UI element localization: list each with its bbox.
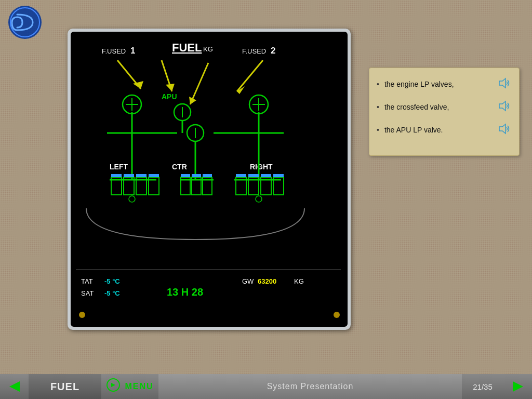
prev-button[interactable] bbox=[0, 374, 29, 399]
speaker-icon-1[interactable] bbox=[498, 77, 512, 91]
svg-text:-5 °C: -5 °C bbox=[104, 289, 120, 297]
speaker-icon-3[interactable] bbox=[498, 123, 512, 137]
info-text-1: the engine LP valves, bbox=[384, 80, 493, 88]
bullet-3: • bbox=[377, 126, 379, 134]
menu-label[interactable]: MENU bbox=[125, 382, 153, 391]
svg-rect-46 bbox=[124, 174, 134, 177]
svg-text:F.USED: F.USED bbox=[242, 47, 266, 55]
svg-text:APU: APU bbox=[162, 92, 177, 101]
info-item-2: • the crossfeed valve, bbox=[377, 100, 512, 114]
svg-marker-79 bbox=[9, 381, 20, 392]
info-text-3: the APU LP valve. bbox=[384, 126, 493, 134]
svg-rect-48 bbox=[149, 174, 159, 177]
svg-line-12 bbox=[190, 63, 208, 104]
ecam-screen: F.USED 1 FUEL KG F.USED 2 APU LEFT bbox=[71, 32, 348, 327]
bullet-1: • bbox=[377, 80, 379, 88]
svg-rect-45 bbox=[111, 174, 122, 177]
info-item-3: • the APU LP valve. bbox=[377, 123, 512, 137]
svg-line-14 bbox=[237, 60, 263, 91]
menu-icon bbox=[106, 378, 121, 395]
nav-fuel-label: FUEL bbox=[29, 374, 101, 399]
svg-text:CTR: CTR bbox=[172, 163, 187, 171]
svg-rect-62 bbox=[273, 174, 284, 177]
svg-point-63 bbox=[129, 196, 135, 202]
company-logo bbox=[4, 4, 46, 41]
svg-rect-52 bbox=[181, 174, 190, 177]
svg-marker-81 bbox=[513, 381, 523, 392]
speaker-icon-2[interactable] bbox=[498, 100, 512, 114]
svg-rect-59 bbox=[236, 174, 246, 177]
svg-marker-76 bbox=[499, 78, 506, 88]
svg-text:FUEL: FUEL bbox=[172, 41, 202, 54]
svg-marker-11 bbox=[166, 84, 175, 91]
svg-text:TAT: TAT bbox=[81, 277, 93, 285]
svg-marker-77 bbox=[499, 101, 506, 111]
svg-text:GW: GW bbox=[242, 277, 254, 285]
svg-text:2: 2 bbox=[271, 46, 275, 56]
svg-text:KG: KG bbox=[203, 45, 213, 53]
svg-text:13 H 28: 13 H 28 bbox=[167, 286, 203, 298]
ecam-panel: F.USED 1 FUEL KG F.USED 2 APU LEFT bbox=[68, 29, 351, 330]
svg-point-0 bbox=[8, 6, 42, 39]
svg-rect-61 bbox=[261, 174, 271, 177]
svg-point-64 bbox=[256, 196, 262, 202]
svg-point-75 bbox=[334, 312, 340, 318]
info-item-1: • the engine LP valves, bbox=[377, 77, 512, 91]
svg-text:LEFT: LEFT bbox=[110, 163, 128, 171]
svg-rect-47 bbox=[136, 174, 147, 177]
info-card: • the engine LP valves, • the crossfeed … bbox=[369, 68, 520, 156]
svg-marker-78 bbox=[499, 124, 506, 134]
svg-rect-60 bbox=[248, 174, 259, 177]
svg-text:1: 1 bbox=[130, 46, 135, 56]
svg-point-74 bbox=[79, 312, 85, 318]
info-text-2: the crossfeed valve, bbox=[384, 103, 493, 111]
svg-rect-53 bbox=[192, 174, 201, 177]
svg-text:KG: KG bbox=[294, 277, 304, 285]
svg-text:-5 °C: -5 °C bbox=[104, 277, 120, 285]
bullet-2: • bbox=[377, 103, 379, 111]
nav-sys-presentation: System Presentation bbox=[158, 374, 462, 399]
svg-rect-54 bbox=[203, 174, 212, 177]
svg-text:F.USED: F.USED bbox=[102, 47, 126, 55]
svg-text:RIGHT: RIGHT bbox=[250, 163, 273, 171]
svg-text:63200: 63200 bbox=[258, 277, 276, 285]
fuel-diagram: F.USED 1 FUEL KG F.USED 2 APU LEFT bbox=[71, 32, 348, 327]
svg-text:SAT: SAT bbox=[81, 289, 94, 297]
next-button[interactable] bbox=[503, 374, 532, 399]
nav-page-number: 21/35 bbox=[462, 374, 503, 399]
nav-bar: FUEL MENU System Presentation 21/35 bbox=[0, 374, 532, 399]
nav-menu-area[interactable]: MENU bbox=[101, 374, 158, 399]
